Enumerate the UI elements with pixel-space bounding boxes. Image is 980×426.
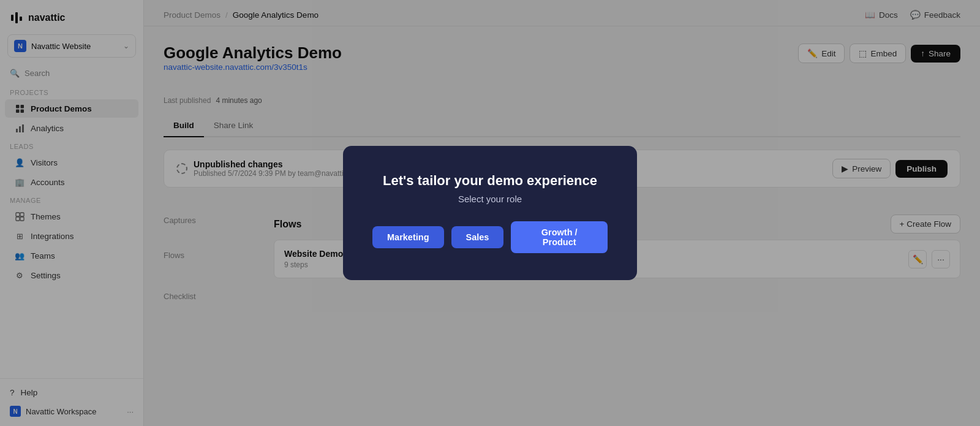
modal-sales-button[interactable]: Sales — [451, 226, 504, 248]
role-selection-modal: Let's tailor your demo experience Select… — [343, 146, 637, 280]
growth-label: Growth / Product — [541, 227, 578, 247]
sales-label: Sales — [466, 232, 489, 242]
modal-growth-button[interactable]: Growth / Product — [511, 221, 608, 253]
modal-marketing-button[interactable]: Marketing — [372, 226, 444, 248]
modal-subtitle: Select your role — [372, 194, 608, 204]
modal-buttons: Marketing Sales Growth / Product — [372, 221, 608, 253]
modal-overlay[interactable]: Let's tailor your demo experience Select… — [0, 0, 980, 426]
modal-title: Let's tailor your demo experience — [372, 173, 608, 189]
marketing-label: Marketing — [387, 232, 429, 242]
